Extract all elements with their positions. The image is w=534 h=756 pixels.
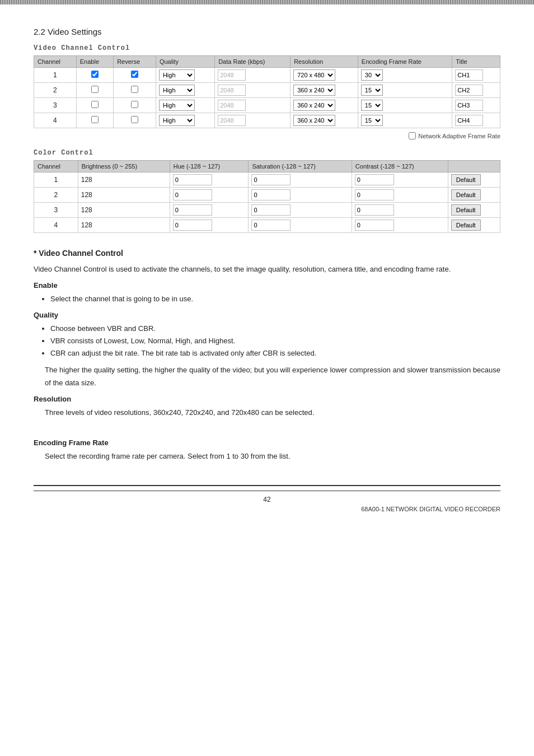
hue-cell-1[interactable]	[170, 172, 249, 188]
framerate-select-1[interactable]: 1234567891011121314151617181920212223242…	[361, 69, 383, 81]
channel-id-1: 1	[34, 68, 77, 83]
default-button-3[interactable]: Default	[451, 204, 481, 216]
channel-title-3[interactable]	[452, 98, 500, 113]
channel-enable-1[interactable]	[76, 68, 113, 83]
channel-reverse-2[interactable]	[114, 83, 156, 98]
channel-framerate-1[interactable]: 1234567891011121314151617181920212223242…	[358, 68, 452, 83]
color-col-contrast: Contrast (-128 ~ 127)	[352, 161, 448, 172]
resolution-select-4[interactable]: 360 x 240720 x 240720 x 480	[293, 115, 335, 126]
default-btn-cell-2[interactable]: Default	[448, 188, 500, 203]
framerate-select-3[interactable]: 1234567891011121314151617181920212223242…	[361, 100, 383, 111]
enable-checkbox-2[interactable]	[91, 86, 99, 93]
channel-quality-2[interactable]: LowestLowNormalHighHighest	[156, 83, 214, 98]
framerate-select-2[interactable]: 1234567891011121314151617181920212223242…	[361, 85, 383, 96]
color-col-saturation: Saturation (-128 ~ 127)	[249, 161, 352, 172]
channel-data-rate-4[interactable]	[215, 113, 291, 128]
data-rate-input-4[interactable]	[218, 115, 246, 126]
hue-input-2[interactable]	[173, 189, 212, 200]
col-reverse: Reverse	[114, 56, 156, 68]
contrast-input-3[interactable]	[355, 204, 394, 216]
color-col-action	[448, 161, 500, 172]
channel-quality-1[interactable]: LowestLowNormalHighHighest	[156, 68, 214, 83]
channel-quality-3[interactable]: LowestLowNormalHighHighest	[156, 98, 214, 113]
channel-data-rate-1[interactable]	[215, 68, 291, 83]
saturation-cell-4[interactable]	[249, 218, 352, 233]
title-input-2[interactable]	[455, 85, 483, 96]
default-btn-cell-3[interactable]: Default	[448, 203, 500, 218]
default-btn-cell-1[interactable]: Default	[448, 172, 500, 188]
saturation-input-3[interactable]	[251, 204, 291, 216]
channel-resolution-2[interactable]: 360 x 240720 x 240720 x 480	[291, 83, 358, 98]
channel-data-rate-2[interactable]	[215, 83, 291, 98]
hue-cell-2[interactable]	[170, 188, 249, 203]
channel-quality-4[interactable]: LowestLowNormalHighHighest	[156, 113, 214, 128]
channel-title-1[interactable]	[452, 68, 500, 83]
channel-reverse-3[interactable]	[114, 98, 156, 113]
resolution-select-3[interactable]: 360 x 240720 x 240720 x 480	[293, 100, 335, 111]
data-rate-input-3[interactable]	[218, 100, 246, 111]
hue-cell-4[interactable]	[170, 218, 249, 233]
contrast-cell-2[interactable]	[352, 188, 448, 203]
footer-line	[34, 491, 500, 491]
channel-resolution-4[interactable]: 360 x 240720 x 240720 x 480	[291, 113, 358, 128]
contrast-cell-3[interactable]	[352, 203, 448, 218]
contrast-input-1[interactable]	[355, 174, 394, 185]
title-input-1[interactable]	[455, 69, 483, 81]
data-rate-input-1[interactable]	[218, 69, 246, 81]
channel-enable-2[interactable]	[76, 83, 113, 98]
saturation-cell-3[interactable]	[249, 203, 352, 218]
contrast-cell-4[interactable]	[352, 218, 448, 233]
default-button-1[interactable]: Default	[451, 174, 481, 185]
quality-select-2[interactable]: LowestLowNormalHighHighest	[159, 85, 195, 96]
saturation-input-4[interactable]	[251, 220, 291, 231]
quality-select-4[interactable]: LowestLowNormalHighHighest	[159, 115, 195, 126]
channel-id-3: 3	[34, 98, 77, 113]
channel-data-rate-3[interactable]	[215, 98, 291, 113]
hue-input-3[interactable]	[173, 204, 212, 216]
channel-enable-4[interactable]	[76, 113, 113, 128]
reverse-checkbox-4[interactable]	[131, 116, 138, 123]
saturation-input-1[interactable]	[251, 174, 291, 185]
channel-title-4[interactable]	[452, 113, 500, 128]
reverse-checkbox-3[interactable]	[131, 101, 138, 108]
title-input-4[interactable]	[455, 115, 483, 126]
reverse-checkbox-1[interactable]	[131, 71, 138, 78]
default-button-4[interactable]: Default	[451, 220, 481, 231]
channel-framerate-4[interactable]: 1234567891011121314151617181920212223242…	[358, 113, 452, 128]
color-control-label: Color Control	[34, 149, 500, 157]
hue-input-4[interactable]	[173, 220, 212, 231]
resolution-select-1[interactable]: 360 x 240720 x 240720 x 480	[293, 69, 335, 81]
data-rate-input-2[interactable]	[218, 85, 246, 96]
enable-checkbox-4[interactable]	[91, 116, 99, 123]
channel-framerate-2[interactable]: 1234567891011121314151617181920212223242…	[358, 83, 452, 98]
quality-select-3[interactable]: LowestLowNormalHighHighest	[159, 100, 195, 111]
contrast-cell-1[interactable]	[352, 172, 448, 188]
channel-resolution-3[interactable]: 360 x 240720 x 240720 x 480	[291, 98, 358, 113]
resolution-select-2[interactable]: 360 x 240720 x 240720 x 480	[293, 85, 335, 96]
color-channel-id-4: 4	[34, 218, 78, 233]
channel-reverse-1[interactable]	[114, 68, 156, 83]
enable-checkbox-3[interactable]	[91, 101, 99, 108]
reverse-checkbox-2[interactable]	[131, 86, 138, 93]
network-adaptive-checkbox[interactable]	[409, 132, 416, 139]
hue-cell-3[interactable]	[170, 203, 249, 218]
framerate-select-4[interactable]: 1234567891011121314151617181920212223242…	[361, 115, 383, 126]
page-footer: 42 68A00-1 NETWORK DIGITAL VIDEO RECORDE…	[34, 485, 500, 512]
hue-input-1[interactable]	[173, 174, 212, 185]
contrast-input-4[interactable]	[355, 220, 394, 231]
enable-checkbox-1[interactable]	[91, 71, 99, 78]
saturation-cell-2[interactable]	[249, 188, 352, 203]
quality-select-1[interactable]: LowestLowNormalHighHighest	[159, 69, 195, 81]
saturation-input-2[interactable]	[251, 189, 291, 200]
channel-framerate-3[interactable]: 1234567891011121314151617181920212223242…	[358, 98, 452, 113]
col-enable: Enable	[76, 56, 113, 68]
title-input-3[interactable]	[455, 100, 483, 111]
channel-resolution-1[interactable]: 360 x 240720 x 240720 x 480	[291, 68, 358, 83]
contrast-input-2[interactable]	[355, 189, 394, 200]
channel-enable-3[interactable]	[76, 98, 113, 113]
default-btn-cell-4[interactable]: Default	[448, 218, 500, 233]
saturation-cell-1[interactable]	[249, 172, 352, 188]
channel-title-2[interactable]	[452, 83, 500, 98]
channel-reverse-4[interactable]	[114, 113, 156, 128]
default-button-2[interactable]: Default	[451, 189, 481, 200]
